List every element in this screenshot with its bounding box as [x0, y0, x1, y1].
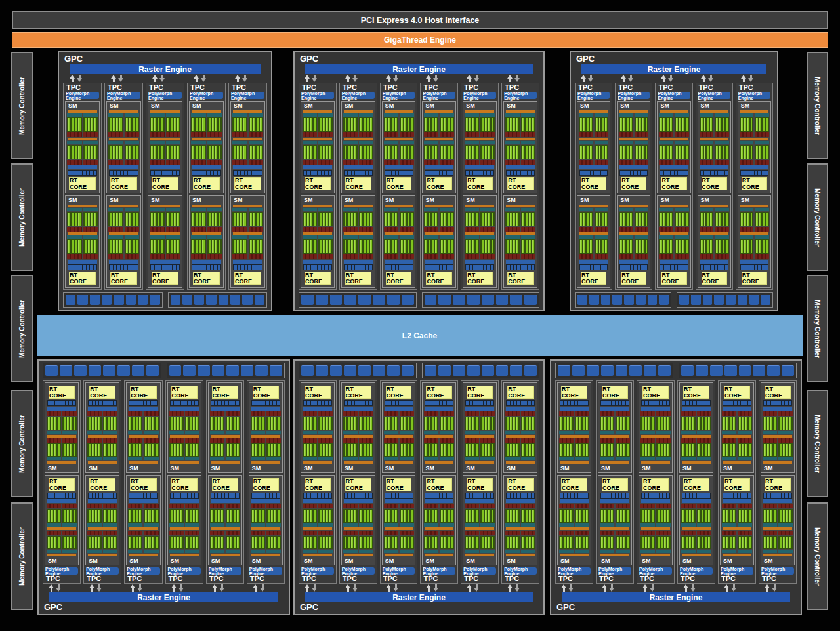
- cuda-core-bar: [404, 146, 406, 159]
- l1-cache-bar: [68, 260, 97, 264]
- texture-unit-tile: [734, 493, 736, 498]
- sm: SMRT CORE: [639, 475, 673, 565]
- texture-units-row: [192, 264, 221, 270]
- tensor-core-bar: [303, 531, 317, 535]
- texture-units-row: [150, 264, 180, 270]
- down-arrow-icon: [708, 75, 714, 82]
- cuda-core-bar: [513, 146, 515, 159]
- cuda-core-bar: [466, 146, 468, 159]
- register-file-bar: [185, 457, 200, 460]
- texture-unit-tile: [410, 401, 412, 405]
- execution-subblock: [266, 438, 281, 461]
- texture-unit-tile: [620, 265, 623, 270]
- cuda-core-bar: [492, 510, 494, 522]
- register-file-bar: [521, 141, 536, 144]
- rop-tile: [45, 365, 58, 376]
- texture-unit-tile: [473, 493, 476, 498]
- cuda-core-bar: [636, 118, 638, 131]
- down-arrow-icon: [137, 584, 143, 592]
- tensor-core-bar: [249, 254, 264, 259]
- sm: SMRT CORE: [148, 101, 182, 193]
- register-file-bar: [232, 208, 247, 211]
- texture-unit-tile: [476, 171, 479, 175]
- cuda-core-bar: [152, 417, 154, 430]
- register-file-bar: [108, 113, 123, 117]
- tensor-core-bar: [62, 504, 77, 508]
- tensor-core-bar: [266, 531, 281, 535]
- texture-unit-tile: [214, 171, 217, 175]
- cuda-core-bar: [113, 118, 115, 131]
- cuda-core-block: [384, 239, 398, 254]
- cuda-core-bar: [64, 510, 66, 522]
- scheduler-bar: [425, 435, 453, 438]
- execution-block-row: [251, 504, 281, 527]
- cuda-core-bar: [323, 146, 325, 159]
- texture-unit-tile: [744, 401, 747, 405]
- texture-unit-tile: [704, 265, 707, 270]
- register-file-bar: [465, 235, 479, 239]
- down-arrow-icon: [393, 75, 399, 82]
- cuda-core-bar: [492, 213, 494, 226]
- up-arrow-icon: [426, 584, 432, 592]
- cuda-core-bar: [234, 444, 236, 457]
- cuda-core-bar: [642, 118, 644, 131]
- cuda-core-bar: [253, 240, 255, 253]
- execution-subblock: [763, 531, 777, 554]
- cuda-core-bar: [522, 417, 524, 430]
- cuda-core-bar: [513, 240, 515, 253]
- cuda-core-bar: [278, 510, 280, 522]
- cuda-core-bar: [602, 118, 604, 131]
- execution-block-row: [169, 531, 200, 554]
- scheduler-bar: [150, 138, 180, 140]
- tpc-label: TPC: [639, 575, 673, 583]
- cuda-core-bar: [227, 444, 229, 457]
- texture-unit-tile: [447, 171, 450, 175]
- cuda-core-block: [144, 443, 158, 457]
- sm: SMRT CORE: [126, 475, 160, 565]
- cuda-core-bar: [425, 510, 427, 522]
- cuda-core-bar: [611, 537, 613, 549]
- texture-units-row: [506, 493, 535, 499]
- tensor-core-bar: [303, 254, 317, 259]
- sm-label: SM: [343, 196, 373, 204]
- scheduler-bar: [47, 527, 76, 530]
- tensor-core-bar: [575, 531, 589, 535]
- cuda-core-bar: [564, 444, 566, 457]
- cuda-core-bar: [664, 444, 666, 457]
- cuda-core-bar: [304, 510, 306, 522]
- texture-unit-tile: [718, 171, 721, 175]
- texture-unit-tile: [110, 171, 113, 175]
- cuda-core-bar: [364, 417, 366, 430]
- cuda-core-block: [384, 117, 398, 132]
- texture-unit-tile: [234, 265, 237, 270]
- tensor-core-bar: [400, 227, 414, 232]
- texture-unit-tile: [121, 265, 124, 270]
- rt-core: RT CORE: [642, 386, 669, 399]
- rt-core: RT CORE: [507, 272, 534, 285]
- cuda-core-block: [359, 239, 373, 254]
- up-arrow-icon: [642, 584, 648, 592]
- cuda-core-block: [559, 509, 574, 523]
- cuda-core-bar: [116, 213, 118, 226]
- sm-label: SM: [67, 196, 98, 204]
- tpc-label: TPC: [679, 575, 713, 583]
- scheduler-bar: [660, 232, 688, 235]
- texture-unit-tile: [432, 171, 435, 175]
- texture-unit-tile: [329, 493, 331, 498]
- sm-label: SM: [559, 464, 589, 472]
- tensor-core-bar: [480, 227, 495, 232]
- cuda-core-block: [166, 212, 181, 226]
- texture-units-row: [579, 264, 608, 270]
- tensor-core-bar: [424, 227, 438, 232]
- execution-subblock: [232, 208, 247, 232]
- sm: SMRT CORE: [341, 101, 375, 193]
- register-file-bar: [505, 523, 520, 527]
- register-file-bar: [191, 141, 206, 144]
- cuda-core-bar: [608, 510, 610, 522]
- cuda-core-bar: [786, 444, 788, 457]
- tpc: TPCPolyMorph EngineSMRT CORESMRT CORE: [718, 380, 756, 584]
- cuda-core-block: [640, 443, 655, 457]
- cuda-core-bar: [395, 537, 397, 549]
- texture-unit-tile: [686, 493, 688, 498]
- texture-unit-tile: [697, 401, 700, 405]
